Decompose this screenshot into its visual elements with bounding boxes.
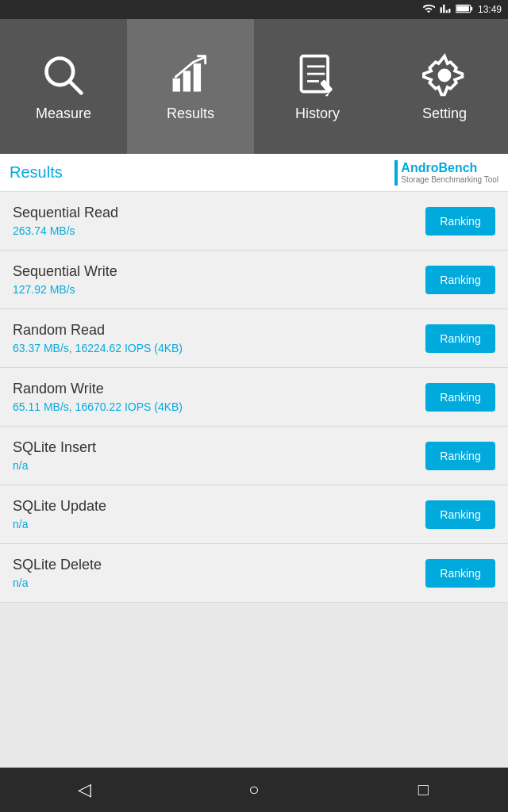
result-row: Random Read63.37 MB/s, 16224.62 IOPS (4K… xyxy=(0,309,508,368)
logo-sub-text: Storage Benchmarking Tool xyxy=(401,175,498,185)
svg-line-4 xyxy=(69,81,81,93)
logo-bar-divider xyxy=(394,160,398,186)
results-list: Sequential Read263.74 MB/sRankingSequent… xyxy=(0,192,508,603)
wifi-icon xyxy=(422,2,435,17)
result-info: SQLite Deleten/a xyxy=(13,557,102,589)
tab-results-label: Results xyxy=(167,105,214,122)
results-page-title: Results xyxy=(10,163,63,182)
status-bar: 13:49 xyxy=(0,0,508,19)
nav-bar: ◁ ○ □ xyxy=(0,768,508,812)
result-info: Random Write65.11 MB/s, 16670.22 IOPS (4… xyxy=(13,381,183,413)
logo-andro: Andro xyxy=(401,161,438,174)
result-value: 263.74 MB/s xyxy=(13,224,118,237)
tab-setting[interactable]: Setting xyxy=(381,19,508,154)
result-name: SQLite Insert xyxy=(13,439,96,456)
result-name: Random Read xyxy=(13,322,183,339)
result-name: Random Write xyxy=(13,381,183,397)
svg-point-14 xyxy=(438,68,452,82)
results-icon xyxy=(167,52,214,99)
nav-home-button[interactable]: ○ xyxy=(230,774,278,806)
ranking-button[interactable]: Ranking xyxy=(425,266,495,294)
svg-rect-7 xyxy=(194,63,201,91)
tab-history-label: History xyxy=(295,105,340,122)
tab-results[interactable]: Results xyxy=(127,19,254,154)
measure-icon xyxy=(40,52,87,99)
status-time: 13:49 xyxy=(478,4,502,15)
result-name: SQLite Update xyxy=(13,498,106,515)
signal-icon xyxy=(440,2,451,17)
svg-rect-1 xyxy=(471,7,472,11)
result-value: 127.92 MB/s xyxy=(13,283,117,296)
ranking-button[interactable]: Ranking xyxy=(425,383,495,412)
result-row: SQLite Deleten/aRanking xyxy=(0,544,508,603)
result-value: n/a xyxy=(13,576,102,589)
result-info: Sequential Write127.92 MB/s xyxy=(13,263,117,296)
result-info: Random Read63.37 MB/s, 16224.62 IOPS (4K… xyxy=(13,322,183,354)
tab-history[interactable]: History xyxy=(254,19,381,154)
ranking-button[interactable]: Ranking xyxy=(425,500,495,529)
result-row: SQLite Updaten/aRanking xyxy=(0,485,508,544)
tab-setting-label: Setting xyxy=(422,105,467,122)
result-name: SQLite Delete xyxy=(13,557,102,573)
ranking-button[interactable]: Ranking xyxy=(425,559,495,588)
result-value: 65.11 MB/s, 16670.22 IOPS (4KB) xyxy=(13,400,183,413)
result-name: Sequential Read xyxy=(13,205,118,221)
logo-main-text: AndroBench xyxy=(401,160,498,175)
result-value: n/a xyxy=(13,459,96,472)
setting-icon xyxy=(421,52,468,99)
androbench-logo: AndroBench Storage Benchmarking Tool xyxy=(394,160,498,186)
tab-bar: Measure Results xyxy=(0,19,508,154)
svg-rect-2 xyxy=(456,6,469,11)
logo-text: AndroBench Storage Benchmarking Tool xyxy=(401,160,498,185)
result-value: 63.37 MB/s, 16224.62 IOPS (4KB) xyxy=(13,342,183,354)
result-row: Random Write65.11 MB/s, 16670.22 IOPS (4… xyxy=(0,368,508,427)
history-icon xyxy=(294,52,341,99)
result-info: SQLite Insertn/a xyxy=(13,439,96,472)
svg-rect-6 xyxy=(183,71,190,91)
ranking-button[interactable]: Ranking xyxy=(425,442,495,470)
ranking-button[interactable]: Ranking xyxy=(425,324,495,353)
nav-back-button[interactable]: ◁ xyxy=(61,774,109,806)
result-row: SQLite Insertn/aRanking xyxy=(0,427,508,485)
tab-measure[interactable]: Measure xyxy=(0,19,127,154)
result-row: Sequential Write127.92 MB/sRanking xyxy=(0,251,508,309)
ranking-button[interactable]: Ranking xyxy=(425,207,495,236)
result-info: SQLite Updaten/a xyxy=(13,498,106,530)
logo-bench: Bench xyxy=(438,161,477,174)
tab-measure-label: Measure xyxy=(36,105,91,122)
result-info: Sequential Read263.74 MB/s xyxy=(13,205,118,237)
results-header: Results AndroBench Storage Benchmarking … xyxy=(0,154,508,192)
battery-icon xyxy=(456,3,473,16)
nav-recent-button[interactable]: □ xyxy=(399,774,447,806)
result-name: Sequential Write xyxy=(13,263,117,280)
svg-rect-5 xyxy=(173,78,180,91)
result-value: n/a xyxy=(13,518,106,530)
result-row: Sequential Read263.74 MB/sRanking xyxy=(0,192,508,251)
